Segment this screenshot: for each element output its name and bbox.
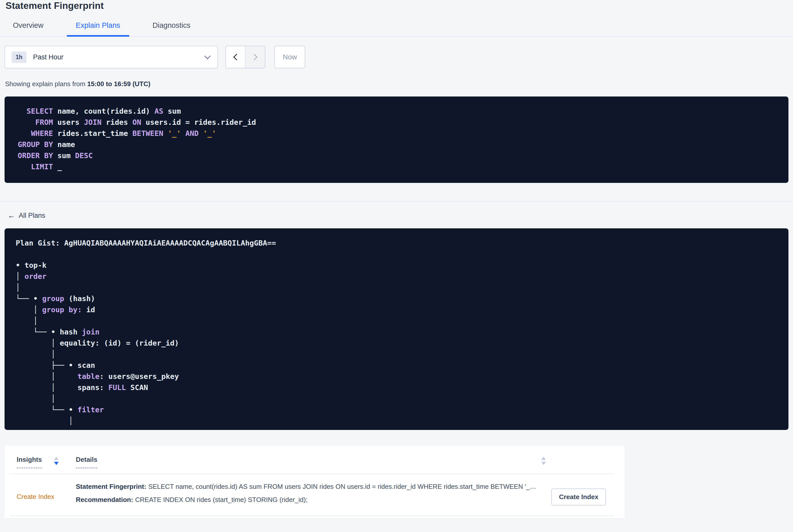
tab-diagnostics[interactable]: Diagnostics (144, 21, 200, 36)
chevron-down-icon (204, 53, 210, 59)
column-header-insights: Insights (17, 456, 76, 468)
insight-details-cell: Statement Fingerprint:SELECT name, count… (76, 483, 540, 515)
insight-row: Create Index Statement Fingerprint:SELEC… (4, 474, 625, 515)
time-range-badge: 1h (12, 52, 26, 63)
recommendation-text: CREATE INDEX ON rides (start_time) STORI… (135, 496, 307, 504)
next-time-button[interactable] (245, 46, 265, 68)
recommendation-label: Recommendation: (76, 496, 133, 504)
insight-action-cell: Create Index (540, 479, 625, 515)
now-button[interactable]: Now (275, 46, 305, 69)
previous-time-button[interactable] (226, 46, 245, 68)
row-divider (10, 515, 615, 516)
time-range-label: Past Hour (33, 53, 63, 61)
column-header-details: Details (76, 456, 625, 468)
page-title: Statement Fingerprint (5, 0, 793, 11)
create-index-button[interactable]: Create Index (551, 489, 606, 506)
insights-table-header: Insights Details (4, 445, 625, 474)
time-selector-row: 1h Past Hour Now (4, 46, 793, 69)
sql-statement-panel: SELECT name, count(rides.id) AS sum FROM… (4, 96, 789, 183)
arrow-left-icon: ← (7, 211, 15, 220)
statement-fingerprint-text: SELECT name, count(rides.id) AS sum FROM… (148, 483, 536, 490)
statement-fingerprint-label: Statement Fingerprint: (76, 483, 146, 490)
recommendation-line: Recommendation:CREATE INDEX ON rides (st… (76, 496, 540, 504)
sort-arrows-icon[interactable] (54, 457, 59, 465)
time-range-dropdown[interactable]: 1h Past Hour (4, 46, 218, 69)
tab-bar: Overview Explain Plans Diagnostics (0, 21, 793, 37)
statement-fingerprint-line: Statement Fingerprint:SELECT name, count… (76, 483, 540, 490)
chevron-right-icon (251, 54, 257, 60)
plan-gist-panel: Plan Gist: AgHUAQIABQAAAAHYAQIAiAEAAAADC… (4, 228, 789, 430)
showing-range: 15:00 to 16:59 (UTC) (87, 80, 150, 88)
sort-arrows-icon[interactable] (541, 457, 546, 465)
insights-table-card: Insights Details Create Index Statement … (4, 445, 625, 518)
insight-type-cell: Create Index (17, 493, 76, 501)
chevron-left-icon (233, 54, 240, 60)
section-divider (0, 201, 793, 202)
details-column-label[interactable]: Details (76, 456, 97, 468)
insight-type-link[interactable]: Create Index (17, 493, 54, 500)
showing-prefix: Showing explain plans from (5, 80, 87, 88)
tab-overview[interactable]: Overview (4, 21, 53, 36)
tab-explain-plans[interactable]: Explain Plans (67, 21, 129, 36)
insights-column-label[interactable]: Insights (17, 456, 42, 468)
all-plans-label: All Plans (19, 212, 45, 220)
showing-range-text: Showing explain plans from 15:00 to 16:5… (5, 80, 793, 88)
statement-fingerprint-page: Statement Fingerprint Overview Explain P… (0, 0, 793, 518)
time-nav-group (225, 46, 265, 69)
all-plans-link[interactable]: ← All Plans (7, 211, 45, 220)
